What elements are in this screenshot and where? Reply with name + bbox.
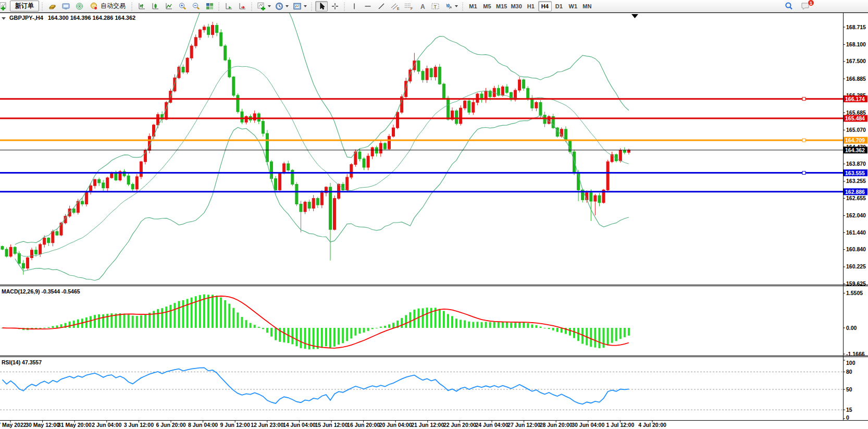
svg-text:165.070: 165.070 [846, 127, 866, 133]
arrows-icon [444, 2, 453, 10]
line-chart-icon [165, 2, 173, 10]
line-chart-button[interactable] [163, 1, 175, 11]
timeframe-m1[interactable]: M1 [466, 1, 480, 11]
toolbar-grip [218, 2, 220, 11]
zoom-in-button[interactable] [176, 1, 189, 11]
chart-title: GBPJPY-,H4 164.300 164.396 164.286 164.3… [2, 15, 135, 21]
search-button[interactable] [783, 1, 795, 11]
cursor-button[interactable] [315, 1, 328, 11]
crosshair-button[interactable] [329, 1, 341, 11]
terminal-button[interactable] [59, 1, 72, 11]
dropdown-caret-icon [455, 5, 458, 7]
svg-text:12 Jun 23:00: 12 Jun 23:00 [251, 422, 283, 428]
svg-text:80: 80 [846, 369, 852, 375]
signal-button[interactable] [73, 1, 85, 11]
toolbar-grip [343, 2, 346, 11]
new-chart-button[interactable] [0, 1, 9, 11]
zoom-out-button[interactable] [190, 1, 202, 11]
svg-text:162.886: 162.886 [845, 189, 865, 195]
svg-text:162.040: 162.040 [846, 212, 866, 218]
svg-text:31 May 20:00: 31 May 20:00 [58, 422, 92, 428]
svg-text:15: 15 [846, 407, 852, 413]
periods-icon [275, 2, 284, 10]
timeframe-m30[interactable]: M30 [509, 1, 523, 11]
candlestick-chart-icon [151, 2, 160, 10]
indicators-button[interactable] [255, 1, 272, 11]
text-label-icon: T [431, 2, 440, 10]
indicators-icon [257, 2, 266, 10]
svg-text:4 Jul 20:00: 4 Jul 20:00 [638, 422, 666, 428]
cursor-icon [318, 2, 326, 10]
svg-text:167.500: 167.500 [846, 58, 866, 64]
svg-text:30 May 12:00: 30 May 12:00 [26, 422, 59, 428]
bar-chart-icon [138, 2, 146, 10]
timeframe-m15[interactable]: M15 [494, 1, 509, 11]
chart-shift-button[interactable] [236, 1, 249, 11]
chart-shift-icon [238, 2, 247, 10]
symbol-dropdown-icon[interactable] [2, 17, 6, 20]
trendline-button[interactable] [375, 1, 388, 11]
equidistant-channel-icon: E [390, 2, 400, 10]
timeframe-d1[interactable]: D1 [552, 1, 566, 11]
dropdown-caret-icon [268, 5, 271, 7]
svg-text:3 Jun 12:00: 3 Jun 12:00 [124, 422, 154, 428]
gold-bars-button[interactable] [46, 1, 58, 11]
dropdown-caret-icon [286, 5, 289, 7]
bar-chart-button[interactable] [135, 1, 148, 11]
horizontal-line-button[interactable] [362, 1, 374, 11]
auto-scroll-icon [225, 2, 233, 10]
macd-label: MACD(12,26,9) -0.3544 -0.5465 [2, 288, 80, 295]
autotrading-button[interactable]: 自动交易 [86, 1, 129, 11]
toolbar-grip [251, 2, 253, 11]
timeframe-mn[interactable]: MN [580, 1, 594, 11]
vertical-line-button[interactable] [348, 1, 361, 11]
timeframe-h1[interactable]: H1 [524, 1, 538, 11]
zoom-in-icon [178, 2, 187, 10]
periods-button[interactable] [274, 1, 290, 11]
svg-text:T: T [434, 4, 437, 9]
chart-svg[interactable]: 168.715168.100167.500166.885166.285165.6… [0, 0, 868, 429]
arrows-button[interactable] [443, 1, 460, 11]
svg-text:2 Jun 04:00: 2 Jun 04:00 [92, 422, 121, 428]
text-label-button[interactable]: T [429, 1, 442, 11]
svg-text:1 Jul 12:00: 1 Jul 12:00 [606, 422, 635, 428]
text-button[interactable]: A [416, 1, 428, 11]
svg-text:164.709: 164.709 [845, 137, 865, 143]
macd-histogram [2, 295, 630, 350]
trendline-icon [377, 2, 386, 10]
timeframe-h4[interactable]: H4 [538, 1, 552, 11]
candlestick-chart-button[interactable] [149, 1, 162, 11]
svg-text:166.885: 166.885 [846, 76, 866, 82]
timeframe-w1[interactable]: W1 [566, 1, 580, 11]
svg-text:100: 100 [846, 360, 855, 366]
toolbar-grip [131, 2, 133, 11]
symbol-timeframe-label: GBPJPY-,H4 [9, 15, 43, 21]
equidistant-channel-button[interactable]: E [389, 1, 401, 11]
tile-windows-button[interactable] [203, 1, 216, 11]
svg-text:168.100: 168.100 [846, 41, 866, 47]
rsi-pane [0, 367, 843, 410]
signal-icon [75, 2, 84, 10]
svg-text:163.555: 163.555 [845, 170, 865, 176]
timeframe-m5[interactable]: M5 [480, 1, 494, 11]
chat-button[interactable]: 1 [799, 1, 812, 11]
templates-button[interactable] [291, 1, 308, 11]
timeframe-group: M1M5M15M30H1H4D1W1MN [466, 1, 594, 11]
svg-text:22 Jun 20:00: 22 Jun 20:00 [443, 422, 476, 428]
svg-text:0.00: 0.00 [846, 325, 857, 331]
svg-text:9 Jun 12:00: 9 Jun 12:00 [220, 422, 250, 428]
svg-text:A: A [420, 3, 425, 10]
svg-text:15 Jun 12:00: 15 Jun 12:00 [315, 422, 348, 428]
crosshair-icon [331, 2, 339, 10]
time-axis: 27 May 202230 May 12:0031 May 20:002 Jun… [0, 421, 666, 428]
fibonacci-button[interactable]: F [402, 1, 415, 11]
rsi-line [3, 367, 629, 404]
svg-text:28 Jun 20:00: 28 Jun 20:00 [540, 422, 573, 428]
new-order-button[interactable]: 新订单 [10, 1, 39, 11]
auto-scroll-button[interactable] [222, 1, 235, 11]
notification-badge: 1 [808, 0, 814, 6]
autotrading-icon [90, 2, 98, 10]
svg-text:F: F [411, 7, 413, 10]
svg-text:168.715: 168.715 [846, 24, 866, 30]
svg-text:1.5505: 1.5505 [846, 290, 863, 296]
